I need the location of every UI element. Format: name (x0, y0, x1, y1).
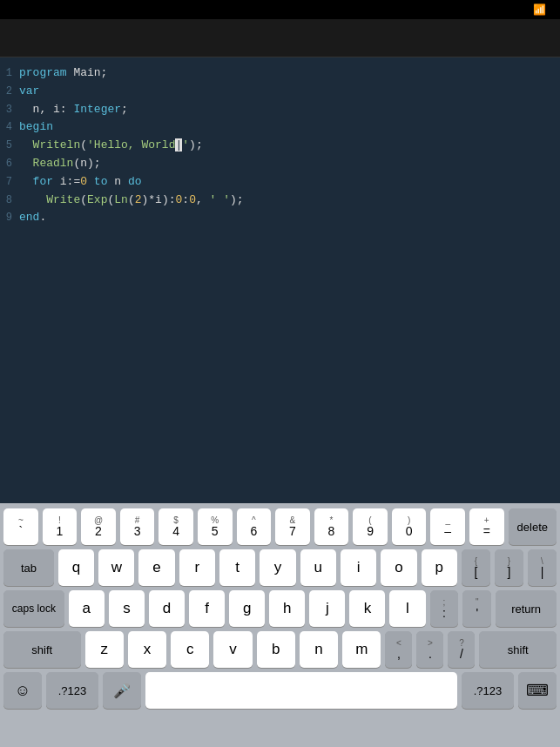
num-key-9[interactable]: (9 (353, 508, 388, 545)
numbers-key-right[interactable]: .?123 (462, 672, 514, 709)
code-editor[interactable]: 1program Main;2var3 n, i: Integer;4begin… (0, 57, 560, 503)
keyboard: ~`!1@2#3$4%5^6&7*8(9)0_–+=delete tabqwer… (0, 503, 560, 747)
tab-key[interactable]: tab (3, 549, 54, 586)
special-key-r3-1[interactable]: >. (416, 631, 443, 668)
key-e[interactable]: e (138, 549, 174, 586)
key-v[interactable]: v (213, 631, 252, 668)
key-c[interactable]: c (171, 631, 209, 668)
keyboard-caps-row: caps lockasdfghjkl;:"'return (3, 590, 557, 627)
caps-lock-key[interactable]: caps lock (3, 590, 64, 627)
key-t[interactable]: t (219, 549, 255, 586)
keyboard-num-row: ~`!1@2#3$4%5^6&7*8(9)0_–+=delete (3, 508, 557, 545)
num-key-3[interactable]: #3 (120, 508, 155, 545)
line-number: 2 (0, 83, 19, 100)
numbers-key-left[interactable]: .?123 (46, 672, 98, 709)
key-k[interactable]: k (349, 590, 385, 627)
key-b[interactable]: b (257, 631, 295, 668)
num-key-6[interactable]: ^6 (237, 508, 272, 545)
special-key-caps-1[interactable]: "' (462, 590, 491, 627)
num-key-7[interactable]: &7 (275, 508, 310, 545)
special-key-r1-1[interactable]: }] (495, 549, 523, 586)
num-key-1[interactable]: !1 (43, 508, 78, 545)
code-line: 4begin (0, 118, 560, 137)
line-content: Writeln('Hello, World|'); (19, 137, 203, 155)
send-button[interactable] (47, 35, 51, 42)
line-content: end. (19, 209, 46, 227)
special-key-r1-2[interactable]: \| (528, 549, 557, 586)
line-number: 3 (0, 101, 19, 118)
key-z[interactable]: z (85, 631, 124, 668)
shift-right-key[interactable]: shift (479, 631, 557, 668)
special-key-r1-0[interactable]: {[ (462, 549, 490, 586)
num-key-2[interactable]: @2 (81, 508, 116, 545)
code-line: 8 Write(Exp(Ln(2)*i):0:0, ' '); (0, 192, 560, 210)
key-m[interactable]: m (342, 631, 381, 668)
key-u[interactable]: u (300, 549, 336, 586)
key-a[interactable]: a (69, 590, 105, 627)
shift-left-key[interactable]: shift (3, 631, 81, 668)
toolbar (0, 19, 560, 57)
wifi-icon: 📶 (533, 3, 546, 16)
line-number: 5 (0, 137, 19, 154)
num-key-5[interactable]: %5 (198, 508, 233, 545)
code-line: 5 Writeln('Hello, World|'); (0, 137, 560, 155)
keyboard-row3: shiftzxcvbnm<,>.?/shift (3, 631, 557, 668)
line-content: program Main; (19, 64, 107, 83)
code-line: 9end. (0, 209, 560, 227)
key-o[interactable]: o (381, 549, 416, 586)
delete-key[interactable]: delete (509, 508, 557, 545)
line-content: var (19, 83, 39, 101)
undo-button[interactable] (66, 35, 70, 42)
special-key-r3-0[interactable]: <, (385, 631, 412, 668)
code-line: 6 Readln(n); (0, 155, 560, 173)
return-key-2[interactable]: return (496, 590, 557, 627)
status-bar: 📶 (0, 0, 560, 19)
keyboard-dismiss-key[interactable]: ⌨ (518, 672, 557, 709)
code-line: 7 for i:=0 to n do (0, 173, 560, 192)
num-key-0[interactable]: ~` (3, 508, 38, 545)
key-w[interactable]: w (98, 549, 134, 586)
open-button[interactable] (28, 35, 31, 42)
key-d[interactable]: d (149, 590, 185, 627)
emoji-key[interactable]: ☺ (3, 672, 42, 709)
new-button[interactable] (9, 35, 12, 42)
special-key-caps-0[interactable]: ;: (430, 590, 459, 627)
line-number: 1 (0, 64, 19, 82)
key-i[interactable]: i (341, 549, 376, 586)
key-h[interactable]: h (269, 590, 305, 627)
key-x[interactable]: x (128, 631, 166, 668)
num-key-11[interactable]: _– (430, 508, 465, 545)
key-p[interactable]: p (422, 549, 457, 586)
num-key-10[interactable]: )0 (392, 508, 427, 545)
space-key[interactable] (145, 672, 457, 709)
code-line: 2var (0, 83, 560, 101)
code-line: 3 n, i: Integer; (0, 101, 560, 119)
build-button[interactable] (105, 35, 108, 42)
redo-button[interactable] (85, 35, 89, 42)
key-j[interactable]: j (309, 590, 345, 627)
key-n[interactable]: n (300, 631, 338, 668)
run-button[interactable] (124, 35, 127, 42)
key-l[interactable]: l (389, 590, 425, 627)
code-line: 1program Main; (0, 64, 560, 83)
key-q[interactable]: q (58, 549, 94, 586)
keyboard-bottom-row: ☺.?123🎤.?123⌨ (3, 672, 557, 709)
line-content: Write(Exp(Ln(2)*i):0:0, ' '); (19, 192, 244, 210)
line-content: Readln(n); (19, 155, 101, 173)
key-f[interactable]: f (189, 590, 225, 627)
mic-key[interactable]: 🎤 (103, 672, 141, 709)
line-number: 4 (0, 118, 19, 136)
line-number: 7 (0, 173, 19, 191)
line-number: 6 (0, 155, 19, 172)
key-s[interactable]: s (109, 590, 145, 627)
num-key-12[interactable]: += (469, 508, 504, 545)
special-key-r3-2[interactable]: ?/ (448, 631, 475, 668)
done-button[interactable] (548, 35, 551, 42)
key-g[interactable]: g (229, 590, 265, 627)
num-key-8[interactable]: *8 (314, 508, 349, 545)
num-key-4[interactable]: $4 (159, 508, 193, 545)
key-y[interactable]: y (260, 549, 295, 586)
key-r[interactable]: r (179, 549, 215, 586)
keyboard-row1: tabqwertyuiop{[}]\| (3, 549, 557, 586)
line-content: n, i: Integer; (19, 101, 128, 119)
